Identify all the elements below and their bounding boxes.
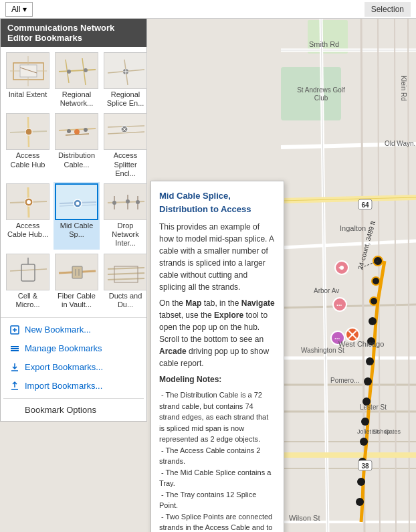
svg-text:Lester St: Lester St bbox=[360, 404, 387, 411]
svg-point-120 bbox=[126, 199, 130, 203]
svg-rect-139 bbox=[11, 346, 19, 347]
bookmark-label-3: Regional Splice En... bbox=[104, 90, 147, 108]
bookmark-label-2: Regional Network... bbox=[55, 90, 98, 108]
svg-text:Club: Club bbox=[314, 94, 328, 102]
bookmark-thumb-10 bbox=[6, 254, 49, 290]
manage-bookmarks-item[interactable]: Manage Bookmarks bbox=[3, 339, 144, 358]
bookmark-thumb-7 bbox=[6, 183, 49, 220]
all-dropdown[interactable]: All ▾ bbox=[5, 2, 33, 17]
bookmark-thumb-5 bbox=[55, 113, 98, 150]
bookmark-item-1[interactable]: Inital Extent bbox=[5, 51, 51, 109]
svg-rect-141 bbox=[11, 350, 19, 351]
svg-point-33 bbox=[361, 418, 369, 426]
import-bookmarks-item[interactable]: Import Bookmarks... bbox=[3, 377, 144, 395]
bookmark-item-10[interactable]: Cell & Micro... bbox=[5, 252, 51, 311]
new-bookmark-icon bbox=[9, 324, 21, 336]
bookmark-item-5[interactable]: Distribution Cable... bbox=[54, 112, 100, 179]
bookmark-label-10: Cell & Micro... bbox=[6, 292, 49, 309]
panel-divider-2 bbox=[3, 398, 144, 399]
svg-text:Klein Rd: Klein Rd bbox=[400, 76, 407, 101]
bookmark-item-9[interactable]: Drop Network Inter... bbox=[102, 182, 148, 250]
bookmark-label-9: Drop Network Inter... bbox=[104, 221, 147, 248]
bookmark-item-7[interactable]: Access Cable Hub... bbox=[5, 182, 51, 250]
bookmarks-grid: Inital Extent Regional Network... Region… bbox=[1, 47, 146, 315]
bookmark-label-1: Inital Extent bbox=[9, 90, 47, 99]
svg-text:Washington St: Washington St bbox=[301, 347, 344, 354]
new-bookmark-item[interactable]: New Bookmark... bbox=[3, 321, 144, 339]
bookmark-label-7: Access Cable Hub... bbox=[6, 221, 49, 239]
tooltip-intro: This provides an example of how to model… bbox=[159, 221, 276, 293]
svg-point-34 bbox=[360, 438, 368, 446]
svg-point-113 bbox=[76, 201, 80, 205]
import-bookmarks-label: Import Bookmarks... bbox=[25, 381, 102, 391]
export-bookmarks-label: Export Bookmarks... bbox=[25, 362, 103, 372]
bookmark-label-11: Fiber Cable in Vault... bbox=[55, 292, 98, 309]
selection-tab[interactable]: Selection bbox=[365, 2, 411, 17]
bookmarks-header: Communications Network Editor Bookmarks bbox=[1, 19, 146, 47]
top-bar: All ▾ Selection bbox=[0, 0, 416, 19]
svg-text:Arbor Av: Arbor Av bbox=[314, 287, 339, 294]
bookmark-options-label: Bookmark Options bbox=[25, 405, 96, 415]
bookmark-item-11[interactable]: Fiber Cable in Vault... bbox=[54, 252, 100, 311]
svg-point-36 bbox=[357, 478, 365, 486]
svg-text:St Andrews Golf: St Andrews Golf bbox=[297, 86, 345, 94]
import-bookmarks-icon bbox=[9, 380, 21, 392]
bookmark-item-8[interactable]: Mid Cable Sp... bbox=[54, 182, 100, 250]
explore-label: Explore bbox=[214, 311, 243, 320]
svg-rect-1 bbox=[281, 67, 341, 120]
svg-rect-140 bbox=[11, 348, 19, 349]
panel-divider-1 bbox=[1, 317, 146, 318]
svg-text:Gates: Gates bbox=[385, 428, 401, 435]
svg-point-30 bbox=[366, 357, 374, 365]
svg-text:Ingalton: Ingalton bbox=[340, 224, 366, 232]
svg-point-26 bbox=[372, 277, 380, 285]
bookmark-item-3[interactable]: Regional Splice En... bbox=[102, 51, 148, 109]
svg-point-95 bbox=[74, 129, 80, 135]
arcade-label: Arcade bbox=[159, 347, 187, 356]
bookmark-thumb-3 bbox=[104, 52, 147, 89]
svg-text:64: 64 bbox=[361, 201, 369, 209]
bookmark-thumb-11 bbox=[55, 254, 98, 290]
svg-text:Old Wayn...: Old Wayn... bbox=[385, 140, 416, 147]
bookmark-item-6[interactable]: Access Splitter Encl... bbox=[102, 112, 148, 179]
svg-point-97 bbox=[84, 128, 88, 132]
all-dropdown-label: All bbox=[11, 5, 20, 14]
svg-point-121 bbox=[136, 200, 140, 204]
bookmark-label-12: Ducts and Du... bbox=[104, 292, 147, 309]
bookmark-item-2[interactable]: Regional Network... bbox=[54, 51, 100, 109]
bookmark-thumb-4 bbox=[6, 113, 49, 150]
bookmark-label-4: Access Cable Hub bbox=[6, 151, 49, 169]
panel-menu: New Bookmark... Manage Bookmarks Export … bbox=[1, 321, 146, 418]
note-1: - The Distribution Cable is a 72 strand … bbox=[159, 389, 276, 532]
bookmark-item-4[interactable]: Access Cable Hub bbox=[5, 112, 51, 179]
svg-point-108 bbox=[27, 200, 31, 204]
svg-text:···: ··· bbox=[338, 264, 344, 272]
navigate-label: Navigate bbox=[241, 298, 275, 308]
svg-point-31 bbox=[364, 377, 372, 385]
svg-point-27 bbox=[370, 297, 378, 305]
tooltip-nav: On the Map tab, in the Navigate tabset, … bbox=[159, 297, 276, 369]
bookmark-options-item[interactable]: Bookmark Options bbox=[3, 402, 144, 418]
chevron-down-icon: ▾ bbox=[23, 5, 27, 14]
new-bookmark-label: New Bookmark... bbox=[25, 325, 91, 335]
svg-text:Pomero...: Pomero... bbox=[330, 377, 359, 384]
bookmark-thumb-12 bbox=[104, 254, 147, 290]
svg-text:···: ··· bbox=[336, 302, 342, 309]
bookmark-thumb-6 bbox=[104, 113, 147, 150]
bookmark-thumb-8 bbox=[55, 183, 98, 220]
svg-text:38: 38 bbox=[361, 462, 369, 470]
bookmarks-panel: Communications Network Editor Bookmarks … bbox=[0, 19, 147, 422]
svg-point-81 bbox=[84, 68, 88, 72]
svg-point-37 bbox=[356, 498, 364, 506]
svg-text:Wilson St: Wilson St bbox=[289, 514, 320, 522]
map-tab-label: Map bbox=[185, 298, 201, 308]
bookmark-label-5: Distribution Cable... bbox=[55, 151, 98, 169]
tooltip-popup: Mid Cable Splice, Distribution to Access… bbox=[150, 181, 284, 532]
svg-point-119 bbox=[112, 201, 116, 205]
manage-bookmarks-icon bbox=[9, 343, 21, 355]
bookmark-item-12[interactable]: Ducts and Du... bbox=[102, 252, 148, 311]
export-bookmarks-icon bbox=[9, 361, 21, 373]
tooltip-title: Mid Cable Splice, Distribution to Access bbox=[159, 189, 276, 215]
export-bookmarks-item[interactable]: Export Bookmarks... bbox=[3, 358, 144, 377]
svg-rect-74 bbox=[20, 65, 37, 77]
